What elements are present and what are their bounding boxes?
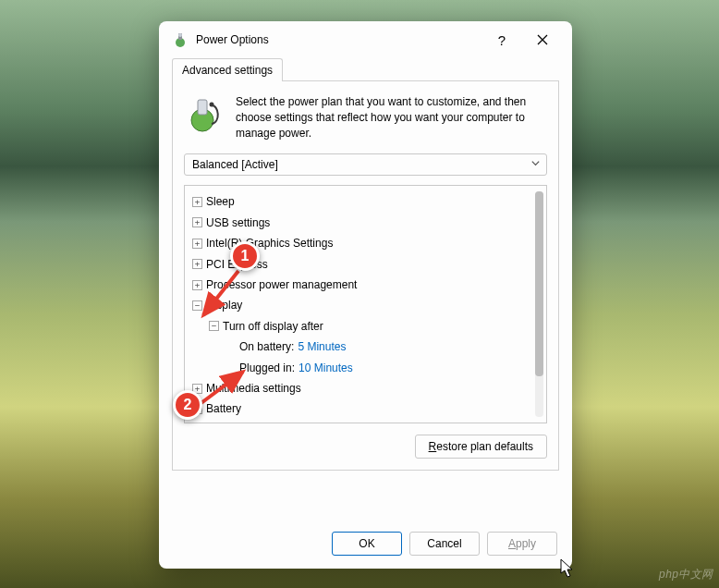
restore-defaults-button[interactable]: Restore plan defaults bbox=[415, 435, 547, 459]
mouse-cursor-icon bbox=[560, 558, 575, 582]
tree-item[interactable]: +Sleep bbox=[192, 191, 542, 212]
tree-item[interactable]: +Multimedia settings bbox=[192, 378, 542, 398]
apply-button[interactable]: Apply bbox=[487, 532, 557, 556]
tree-item-label: Intel(R) Graphics Settings bbox=[206, 234, 333, 252]
titlebar: Power Options ? bbox=[159, 21, 572, 58]
tree-item-value[interactable]: 10 Minutes bbox=[299, 359, 353, 377]
tree-scrollbar-thumb[interactable] bbox=[535, 191, 543, 376]
tree-item[interactable]: +Battery bbox=[192, 398, 542, 419]
tree-item[interactable]: +Processor power management bbox=[192, 275, 542, 295]
help-button[interactable]: ? bbox=[481, 26, 522, 54]
tree-item[interactable]: On battery: 5 Minutes bbox=[192, 337, 542, 357]
ok-button[interactable]: OK bbox=[332, 532, 402, 556]
tree-item-label: On battery: bbox=[239, 337, 294, 356]
intro-text: Select the power plan that you want to c… bbox=[236, 94, 547, 141]
battery-plug-icon bbox=[184, 94, 223, 136]
svg-point-2 bbox=[178, 33, 182, 37]
chevron-down-icon bbox=[530, 158, 541, 171]
tabs-container: Advanced settings Select the power plan … bbox=[172, 58, 559, 471]
tab-strip: Advanced settings bbox=[172, 58, 559, 80]
expand-icon[interactable]: + bbox=[192, 197, 202, 207]
expand-icon[interactable]: + bbox=[192, 280, 202, 290]
settings-tree: +Sleep+USB settings+Intel(R) Graphics Se… bbox=[184, 185, 547, 423]
collapse-icon[interactable]: − bbox=[209, 321, 219, 331]
collapse-icon[interactable]: − bbox=[192, 300, 202, 311]
annotation-marker-2: 2 bbox=[173, 390, 202, 420]
tree-item[interactable]: −Display bbox=[192, 295, 542, 315]
tree-item[interactable]: Plugged in: 10 Minutes bbox=[192, 358, 542, 378]
tree-item-label: Multimedia settings bbox=[206, 379, 301, 398]
plan-selected-label: Balanced [Active] bbox=[192, 158, 278, 171]
power-options-dialog: Power Options ? Advanced settings bbox=[159, 21, 572, 569]
tree-item[interactable]: +USB settings bbox=[192, 213, 542, 233]
power-plan-dropdown[interactable]: Balanced [Active] bbox=[184, 153, 547, 176]
intro-row: Select the power plan that you want to c… bbox=[184, 94, 547, 141]
tree-item-label: Plugged in: bbox=[239, 359, 295, 377]
tree-item[interactable]: −Turn off display after bbox=[192, 316, 542, 337]
expand-icon[interactable]: + bbox=[192, 217, 202, 227]
svg-rect-5 bbox=[198, 100, 207, 115]
tree-item-label: Sleep bbox=[206, 192, 235, 211]
power-options-icon bbox=[172, 31, 189, 48]
tree-scrollbar-track[interactable] bbox=[535, 191, 543, 417]
annotation-marker-1: 1 bbox=[230, 241, 260, 271]
tree-item-label: USB settings bbox=[206, 214, 270, 232]
cancel-button[interactable]: Cancel bbox=[409, 532, 480, 556]
watermark: php中文网 bbox=[659, 567, 713, 582]
expand-icon[interactable]: + bbox=[192, 239, 202, 249]
svg-point-7 bbox=[210, 103, 214, 107]
tab-advanced-settings[interactable]: Advanced settings bbox=[172, 58, 283, 81]
close-button[interactable] bbox=[522, 26, 563, 54]
tree-item-label: Processor power management bbox=[206, 276, 357, 294]
window-title: Power Options bbox=[196, 33, 481, 46]
dialog-button-row: OK Cancel Apply bbox=[159, 521, 572, 569]
tree-item-label: Turn off display after bbox=[223, 317, 323, 336]
tree-item-value[interactable]: 5 Minutes bbox=[298, 337, 346, 356]
tree-item-label: Battery bbox=[206, 399, 241, 418]
expand-icon[interactable]: + bbox=[192, 259, 202, 269]
tab-panel: Select the power plan that you want to c… bbox=[172, 80, 559, 471]
tree-item-label: Display bbox=[206, 296, 242, 314]
